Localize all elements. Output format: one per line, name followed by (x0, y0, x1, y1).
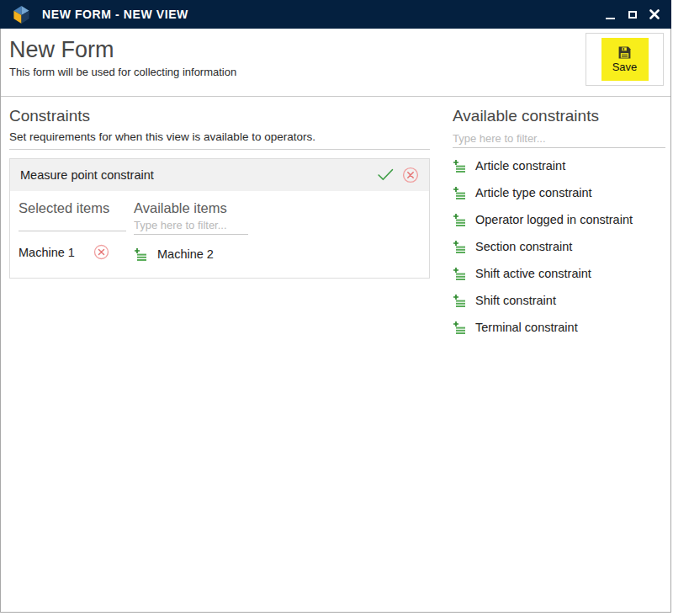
available-items-filter-input[interactable] (134, 217, 248, 235)
page-subtitle: This form will be used for collecting in… (1, 63, 670, 78)
constraints-panel-title: Constraints (9, 107, 430, 126)
window-title: NEW FORM - NEW VIEW (42, 8, 188, 21)
available-constraint-label: Terminal constraint (475, 321, 578, 334)
add-to-list-icon (453, 159, 466, 173)
available-constraint-label: Operator logged in constraint (475, 213, 633, 226)
available-constraint-label: Section constraint (475, 240, 572, 253)
selected-items-column: Selected items Machine 1 (19, 199, 126, 261)
available-constraint-label: Article type constraint (475, 186, 592, 199)
maximize-icon (628, 11, 637, 19)
measure-point-constraint-card: Measure point constraint (9, 158, 430, 279)
save-highlight: Save (601, 38, 649, 81)
titlebar: NEW FORM - NEW VIEW (0, 0, 671, 29)
available-constraints-panel: Available constraints A (453, 107, 665, 341)
minimize-button[interactable] (605, 8, 616, 21)
add-to-list-icon (453, 240, 466, 253)
available-item-row[interactable]: Machine 2 (134, 247, 248, 261)
confirm-constraint-button[interactable] (377, 167, 395, 182)
floppy-disk-icon (617, 45, 632, 60)
constraints-filter-input[interactable] (453, 130, 665, 148)
constraints-panel-subtitle: Set requirements for when this view is a… (9, 130, 430, 150)
circle-x-icon (93, 244, 109, 260)
content-area: Constraints Set requirements for when th… (1, 97, 670, 341)
close-icon (649, 9, 660, 19)
app-window: NEW FORM - NEW VIEW New Form This form w… (0, 0, 671, 613)
minimize-icon (606, 18, 615, 19)
constraint-card-header: Measure point constraint (10, 159, 429, 191)
remove-item-button[interactable] (93, 244, 109, 260)
available-constraint-item[interactable]: Article constraint (453, 152, 665, 179)
add-to-list-icon (134, 247, 147, 261)
available-constraints-title: Available constraints (453, 107, 665, 126)
circle-x-icon (402, 167, 419, 183)
page-title: New Form (1, 29, 670, 63)
available-constraint-item[interactable]: Section constraint (453, 233, 665, 260)
constraint-card-body: Selected items Machine 1 (10, 191, 429, 278)
available-constraints-list: Article constraint Article type c (453, 152, 665, 341)
available-constraint-item[interactable]: Terminal constraint (453, 314, 665, 341)
selected-items-title: Selected items (19, 199, 126, 217)
constraints-panel: Constraints Set requirements for when th… (9, 107, 430, 341)
delete-constraint-button[interactable] (402, 167, 419, 183)
window-controls (605, 8, 663, 21)
save-button-label: Save (612, 61, 638, 73)
add-to-list-icon (453, 321, 466, 334)
save-button[interactable]: Save (586, 33, 664, 86)
constraint-name: Measure point constraint (20, 168, 154, 182)
available-constraint-label: Article constraint (475, 159, 565, 173)
page-header: New Form This form will be used for coll… (1, 29, 670, 97)
available-constraint-item[interactable]: Shift constraint (453, 287, 665, 314)
available-constraint-item[interactable]: Shift active constraint (453, 260, 665, 287)
available-items-title: Available items (134, 199, 248, 217)
checkmark-icon (377, 167, 395, 182)
close-button[interactable] (649, 8, 660, 21)
add-to-list-icon (453, 294, 466, 307)
app-logo-icon (12, 5, 31, 24)
selected-item-label: Machine 1 (19, 246, 75, 259)
available-constraint-label: Shift active constraint (475, 267, 591, 280)
add-to-list-icon (453, 186, 466, 199)
available-constraint-item[interactable]: Operator logged in constraint (453, 206, 665, 233)
maximize-button[interactable] (627, 8, 638, 21)
add-to-list-icon (453, 267, 466, 280)
available-constraint-label: Shift constraint (475, 294, 556, 307)
add-to-list-icon (453, 213, 466, 226)
selected-item-row: Machine 1 (19, 244, 126, 260)
available-constraint-item[interactable]: Article type constraint (453, 179, 665, 206)
selected-items-divider (19, 217, 126, 231)
available-items-column: Available items Mach (134, 199, 248, 261)
constraint-actions (377, 167, 419, 183)
available-item-label: Machine 2 (157, 247, 214, 261)
